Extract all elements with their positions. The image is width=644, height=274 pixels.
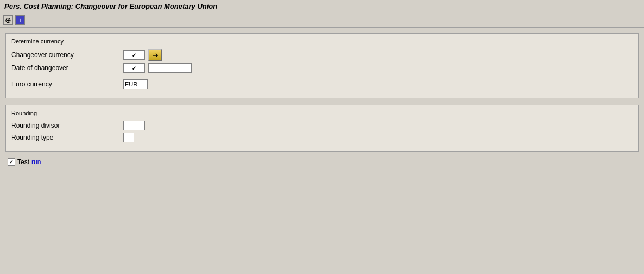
page-title: Pers. Cost Planning: Changeover for Euro… xyxy=(0,0,644,13)
changeover-currency-label: Changeover currency xyxy=(11,51,120,59)
changeover-currency-input[interactable]: ✔ xyxy=(123,50,145,60)
test-run-checkbox[interactable]: ✔ xyxy=(8,158,15,166)
date-of-changeover-row: Date of changeover ✔ xyxy=(11,63,633,73)
date-of-changeover-text-input[interactable] xyxy=(148,63,192,73)
date-of-changeover-label: Date of changeover xyxy=(11,64,120,72)
rounding-divisor-label: Rounding divisor xyxy=(11,122,120,129)
test-run-link[interactable]: run xyxy=(31,158,41,166)
euro-currency-row: Euro currency xyxy=(11,79,633,89)
rounding-type-input[interactable] xyxy=(123,133,134,142)
rounding-panel: Rounding Rounding divisor Rounding type xyxy=(5,105,639,152)
main-content: Determine currency Changeover currency ✔… xyxy=(0,28,644,171)
determine-currency-title: Determine currency xyxy=(11,38,633,45)
determine-currency-panel: Determine currency Changeover currency ✔… xyxy=(5,33,639,98)
test-run-label: Test xyxy=(17,158,29,166)
rounding-type-row: Rounding type xyxy=(11,133,633,142)
toolbar: ⊕ i xyxy=(0,13,644,28)
date-of-changeover-input[interactable]: ✔ xyxy=(123,63,145,73)
changeover-currency-row: Changeover currency ✔ ➔ xyxy=(11,49,633,61)
euro-currency-label: Euro currency xyxy=(11,80,120,88)
rounding-divisor-input[interactable] xyxy=(123,121,145,130)
rounding-title: Rounding xyxy=(11,110,633,116)
rounding-type-label: Rounding type xyxy=(11,134,120,141)
info-icon[interactable]: i xyxy=(15,15,25,25)
euro-currency-input[interactable] xyxy=(123,79,148,89)
nav-icon[interactable]: ⊕ xyxy=(3,15,13,25)
rounding-divisor-row: Rounding divisor xyxy=(11,121,633,130)
test-run-section: ✔ Test run xyxy=(5,158,639,166)
arrow-button[interactable]: ➔ xyxy=(148,49,162,61)
